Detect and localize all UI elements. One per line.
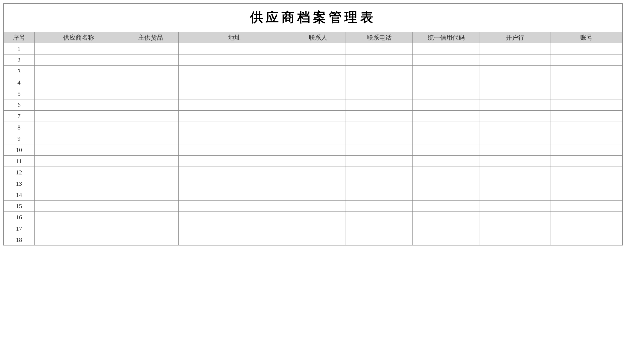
cell-supplier-name: [35, 212, 123, 223]
cell-supplier-name: [35, 144, 123, 156]
cell-address: [178, 122, 290, 133]
table-row: 4: [4, 77, 623, 88]
cell-address: [178, 77, 290, 88]
cell-seq: 8: [4, 122, 35, 133]
table-row: 8: [4, 122, 623, 133]
cell-contact: [290, 54, 346, 66]
cell-credit-code: [413, 167, 480, 178]
cell-address: [178, 133, 290, 144]
cell-address: [178, 99, 290, 111]
table-row: 16: [4, 212, 623, 223]
cell-supplier-name: [35, 122, 123, 133]
cell-address: [178, 156, 290, 167]
cell-main-goods: [123, 66, 178, 77]
cell-credit-code: [413, 99, 480, 111]
cell-account: [550, 234, 622, 245]
cell-account: [550, 189, 622, 201]
cell-contact: [290, 223, 346, 234]
cell-phone: [346, 54, 413, 66]
cell-contact: [290, 43, 346, 54]
table-row: 2: [4, 54, 623, 66]
cell-contact: [290, 88, 346, 99]
cell-main-goods: [123, 43, 178, 54]
cell-bank: [480, 167, 550, 178]
cell-main-goods: [123, 133, 178, 144]
table-row: 14: [4, 189, 623, 201]
cell-phone: [346, 156, 413, 167]
document-container: 供应商档案管理表 序号 供应商名称 主供货品 地址 联系人 联系电话 统一信用代…: [3, 3, 623, 245]
cell-main-goods: [123, 122, 178, 133]
cell-bank: [480, 234, 550, 245]
cell-phone: [346, 88, 413, 99]
cell-supplier-name: [35, 178, 123, 189]
cell-supplier-name: [35, 66, 123, 77]
cell-bank: [480, 189, 550, 201]
cell-phone: [346, 133, 413, 144]
cell-bank: [480, 178, 550, 189]
cell-credit-code: [413, 66, 480, 77]
cell-account: [550, 178, 622, 189]
table-row: 18: [4, 234, 623, 245]
cell-main-goods: [123, 189, 178, 201]
header-main-goods: 主供货品: [123, 32, 178, 43]
document-title: 供应商档案管理表: [3, 3, 623, 32]
cell-seq: 9: [4, 133, 35, 144]
cell-credit-code: [413, 189, 480, 201]
cell-account: [550, 77, 622, 88]
cell-seq: 15: [4, 201, 35, 212]
cell-address: [178, 212, 290, 223]
cell-credit-code: [413, 111, 480, 122]
cell-address: [178, 66, 290, 77]
cell-contact: [290, 144, 346, 156]
cell-credit-code: [413, 156, 480, 167]
cell-credit-code: [413, 234, 480, 245]
cell-credit-code: [413, 88, 480, 99]
cell-phone: [346, 77, 413, 88]
cell-address: [178, 234, 290, 245]
cell-contact: [290, 156, 346, 167]
cell-account: [550, 66, 622, 77]
table-row: 17: [4, 223, 623, 234]
cell-phone: [346, 234, 413, 245]
cell-contact: [290, 99, 346, 111]
table-row: 3: [4, 66, 623, 77]
table-row: 15: [4, 201, 623, 212]
cell-account: [550, 43, 622, 54]
cell-main-goods: [123, 144, 178, 156]
cell-seq: 2: [4, 54, 35, 66]
cell-phone: [346, 43, 413, 54]
cell-phone: [346, 99, 413, 111]
cell-seq: 5: [4, 88, 35, 99]
cell-contact: [290, 201, 346, 212]
cell-credit-code: [413, 54, 480, 66]
cell-contact: [290, 133, 346, 144]
cell-main-goods: [123, 234, 178, 245]
cell-phone: [346, 201, 413, 212]
header-contact: 联系人: [290, 32, 346, 43]
cell-main-goods: [123, 178, 178, 189]
cell-bank: [480, 77, 550, 88]
header-supplier-name: 供应商名称: [35, 32, 123, 43]
cell-credit-code: [413, 122, 480, 133]
cell-address: [178, 43, 290, 54]
cell-address: [178, 189, 290, 201]
cell-supplier-name: [35, 201, 123, 212]
cell-supplier-name: [35, 43, 123, 54]
cell-contact: [290, 189, 346, 201]
header-account: 账号: [550, 32, 622, 43]
cell-bank: [480, 122, 550, 133]
table-row: 13: [4, 178, 623, 189]
cell-bank: [480, 88, 550, 99]
cell-account: [550, 133, 622, 144]
cell-main-goods: [123, 77, 178, 88]
cell-supplier-name: [35, 167, 123, 178]
cell-bank: [480, 111, 550, 122]
cell-credit-code: [413, 223, 480, 234]
cell-seq: 10: [4, 144, 35, 156]
cell-credit-code: [413, 144, 480, 156]
header-credit-code: 统一信用代码: [413, 32, 480, 43]
header-bank: 开户行: [480, 32, 550, 43]
cell-seq: 1: [4, 43, 35, 54]
cell-account: [550, 111, 622, 122]
cell-credit-code: [413, 133, 480, 144]
